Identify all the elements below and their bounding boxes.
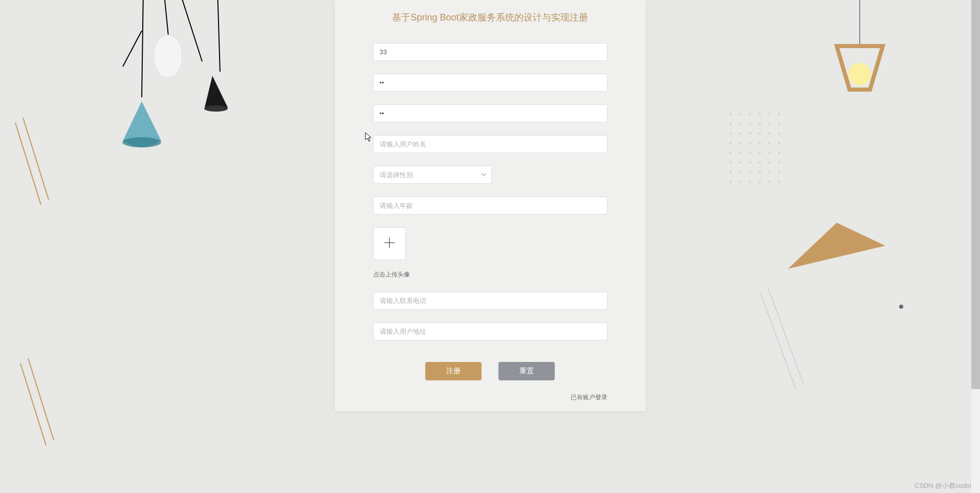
scrollbar[interactable]	[971, 0, 980, 493]
confirm-password-input[interactable]	[373, 104, 607, 122]
gender-select[interactable]: 请选择性别	[373, 166, 492, 184]
decoration-triangle	[786, 220, 888, 278]
svg-line-3	[217, 0, 220, 72]
address-input[interactable]	[373, 323, 607, 340]
decoration-pendant-lamps	[102, 0, 246, 166]
plus-icon	[382, 235, 397, 252]
password-input[interactable]	[373, 74, 607, 92]
svg-point-5	[154, 35, 182, 78]
scrollbar-thumb[interactable]	[971, 0, 980, 389]
svg-line-2	[179, 0, 202, 61]
decoration-lines-right	[750, 287, 811, 401]
register-card: 基于Spring Boot家政服务系统的设计与实现注册 请选择性别 点击上	[335, 0, 646, 411]
age-input[interactable]	[373, 197, 607, 215]
upload-hint-text: 点击上传头像	[373, 270, 607, 279]
decoration-gold-lamp	[826, 0, 893, 104]
svg-line-10	[20, 363, 46, 445]
decoration-dot	[899, 305, 903, 309]
phone-input[interactable]	[373, 292, 607, 310]
svg-line-4	[123, 31, 142, 67]
svg-line-16	[768, 287, 803, 384]
svg-line-0	[142, 0, 143, 97]
svg-point-14	[848, 63, 871, 85]
decoration-dots-grid	[729, 113, 780, 183]
svg-line-11	[28, 358, 54, 440]
decoration-lines-left	[10, 118, 51, 222]
register-button[interactable]: 注册	[425, 362, 482, 380]
account-input[interactable]	[373, 43, 607, 61]
svg-point-6	[204, 105, 228, 112]
svg-line-9	[23, 118, 49, 200]
login-link[interactable]: 已有账户登录	[373, 393, 607, 402]
svg-line-1	[164, 0, 169, 41]
watermark-text: CSDN @小蔡coding	[914, 481, 975, 490]
svg-line-8	[15, 123, 41, 205]
username-input[interactable]	[373, 135, 607, 153]
svg-line-15	[760, 292, 796, 389]
page-title: 基于Spring Boot家政服务系统的设计与实现注册	[373, 11, 607, 24]
svg-point-13	[848, 63, 871, 85]
reset-button[interactable]: 重置	[498, 362, 555, 380]
decoration-lines-left-bottom	[15, 358, 56, 463]
avatar-upload[interactable]	[373, 227, 406, 260]
svg-point-7	[122, 137, 161, 147]
